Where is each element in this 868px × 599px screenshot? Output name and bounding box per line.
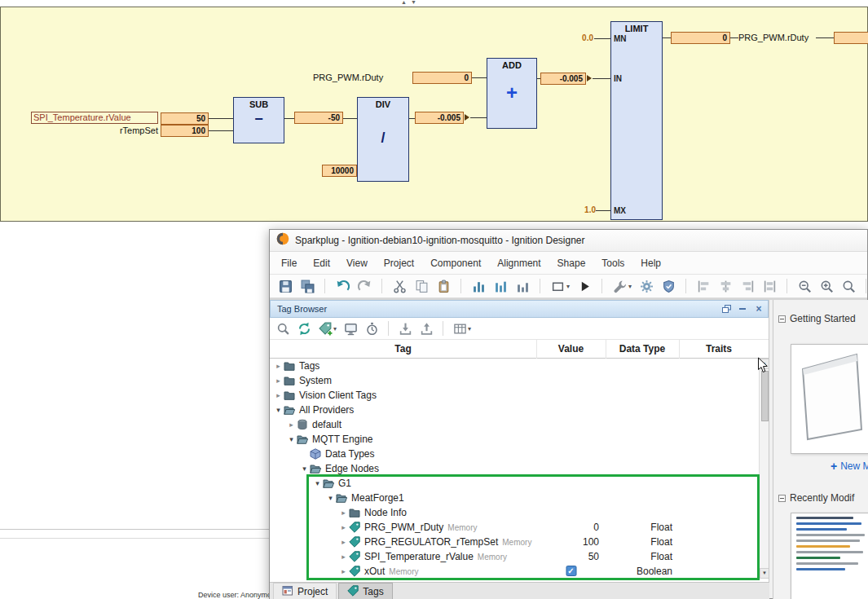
tag-tree-row-data-types[interactable]: Data Types bbox=[270, 447, 759, 461]
monitor-icon[interactable] bbox=[343, 321, 358, 336]
tag-tree-row-spi_temperature_rvalue[interactable]: ▸SPI_Temperature_rValueMemory50Float bbox=[270, 549, 759, 564]
tag-value-cell[interactable] bbox=[536, 417, 606, 432]
tag-tree-row-g1[interactable]: ▾G1 bbox=[270, 476, 759, 491]
fbd-value-sub-out[interactable]: -50 bbox=[294, 112, 343, 124]
scrollbar-thumb[interactable] bbox=[761, 371, 769, 421]
fbd-const-limit-max[interactable]: 1.0 bbox=[576, 205, 596, 215]
close-panel-icon[interactable]: × bbox=[754, 303, 764, 315]
menu-tools[interactable]: Tools bbox=[593, 252, 632, 275]
vertical-scrollbar[interactable]: ▲ ▼ bbox=[759, 359, 769, 579]
tag-add-icon[interactable] bbox=[318, 321, 333, 336]
fbd-block-sub[interactable]: SUB − bbox=[233, 97, 284, 143]
tag-tree-row-prg_regulator_rtempset[interactable]: ▸PRG_REGULATOR_rTempSetMemory100Float bbox=[270, 535, 759, 549]
collapse-section-icon[interactable] bbox=[778, 491, 786, 505]
expand-arrow-icon[interactable]: ▸ bbox=[286, 417, 297, 432]
menu-project[interactable]: Project bbox=[376, 252, 422, 275]
scroll-down-icon[interactable]: ▼ bbox=[760, 568, 769, 579]
collapse-arrow-icon[interactable]: ▾ bbox=[325, 491, 336, 505]
expand-arrow-icon[interactable]: ▸ bbox=[338, 549, 349, 564]
undo-icon[interactable] bbox=[335, 279, 350, 293]
fbd-block-add[interactable]: ADD + bbox=[487, 58, 537, 129]
dropdown-caret-icon[interactable]: ▾ bbox=[628, 283, 632, 290]
fbd-value-rtempset[interactable]: 100 bbox=[161, 125, 209, 137]
fbd-value-spi[interactable]: 50 bbox=[161, 112, 209, 125]
zoom-out-icon[interactable] bbox=[797, 279, 812, 293]
dropdown-caret-icon[interactable]: ▾ bbox=[468, 325, 471, 333]
save-all-icon[interactable] bbox=[300, 279, 315, 293]
play-icon[interactable] bbox=[577, 279, 592, 293]
expand-arrow-icon[interactable]: ▸ bbox=[273, 388, 284, 403]
menu-file[interactable]: File bbox=[273, 252, 305, 275]
fbd-value-div-divisor[interactable]: 10000 bbox=[322, 165, 357, 177]
refresh-icon[interactable] bbox=[297, 321, 311, 336]
column-header-traits[interactable]: Traits bbox=[679, 340, 759, 358]
column-header-value[interactable]: Value bbox=[536, 340, 606, 358]
bars2-icon[interactable] bbox=[493, 279, 508, 293]
fbd-block-limit[interactable]: LIMIT MN IN MX bbox=[610, 21, 663, 220]
fbd-value-limit-out[interactable]: 0 bbox=[671, 32, 730, 44]
align-stretch-icon[interactable] bbox=[762, 279, 777, 293]
expand-arrow-icon[interactable]: ▸ bbox=[273, 359, 284, 373]
fbd-value-div-out[interactable]: -0.005 bbox=[415, 112, 464, 124]
fbd-block-div[interactable]: DIV / bbox=[357, 97, 409, 182]
collapse-section-icon[interactable] bbox=[778, 311, 786, 326]
minimize-panel-icon[interactable] bbox=[738, 303, 747, 315]
menu-shape[interactable]: Shape bbox=[549, 252, 594, 275]
tag-value-cell[interactable]: 0 bbox=[536, 520, 606, 535]
collapse-arrow-icon[interactable]: ▾ bbox=[312, 476, 323, 491]
zoom-in-icon[interactable] bbox=[819, 279, 834, 293]
tag-browser-header[interactable]: Tag Browser × bbox=[270, 300, 769, 318]
tag-value-cell[interactable] bbox=[536, 476, 606, 491]
getting-started-header[interactable]: Getting Started bbox=[778, 311, 856, 326]
bars3-icon[interactable] bbox=[515, 279, 530, 293]
getting-started-thumbnail[interactable] bbox=[791, 344, 868, 454]
dropdown-caret-icon[interactable]: ▾ bbox=[566, 283, 570, 290]
shield-icon[interactable] bbox=[661, 279, 676, 293]
align-right-icon[interactable] bbox=[740, 279, 755, 293]
tag-value-cell[interactable] bbox=[536, 505, 606, 520]
splitter-handle[interactable]: ▲▼ bbox=[401, 0, 421, 5]
tag-value-cell[interactable]: 50 bbox=[536, 549, 606, 564]
tag-value-cell[interactable] bbox=[536, 461, 606, 476]
align-center-icon[interactable] bbox=[718, 279, 733, 293]
save-icon[interactable] bbox=[278, 279, 293, 293]
expand-arrow-icon[interactable]: ▸ bbox=[338, 505, 349, 520]
zoom-fit-icon[interactable] bbox=[841, 279, 856, 293]
tag-value-cell[interactable] bbox=[536, 359, 606, 373]
bars1-icon[interactable] bbox=[471, 279, 486, 293]
menu-view[interactable]: View bbox=[338, 252, 376, 275]
menu-edit[interactable]: Edit bbox=[305, 252, 338, 275]
grid-icon[interactable] bbox=[452, 321, 467, 336]
tag-value-cell[interactable]: ✓ bbox=[536, 564, 606, 579]
stopwatch-icon[interactable] bbox=[364, 321, 379, 336]
recently-modified-header[interactable]: Recently Modif bbox=[778, 491, 854, 505]
tag-tree-row-edge-nodes[interactable]: ▾Edge Nodes bbox=[270, 461, 759, 476]
tag-tree-row-xout[interactable]: ▸xOutMemory✓Boolean bbox=[270, 564, 759, 579]
tag-tree-row-tags[interactable]: ▸Tags bbox=[270, 359, 759, 373]
float-panel-icon[interactable] bbox=[721, 303, 731, 315]
expand-arrow-icon[interactable]: ▸ bbox=[338, 520, 349, 535]
tag-value-cell[interactable] bbox=[536, 491, 606, 505]
fbd-var-prg-pwm-rduty-in[interactable]: PRG_PWM.rDuty bbox=[313, 72, 408, 84]
column-header-tag[interactable]: Tag bbox=[270, 340, 536, 358]
new-project-link[interactable]: + New M bbox=[831, 460, 868, 473]
tag-value-cell[interactable] bbox=[536, 403, 606, 417]
gear-icon[interactable] bbox=[639, 279, 654, 293]
recently-modified-thumbnail[interactable] bbox=[791, 513, 868, 599]
fbd-value-add-in[interactable]: 0 bbox=[412, 72, 472, 84]
redo-icon[interactable] bbox=[357, 279, 372, 293]
expand-arrow-icon[interactable]: ▸ bbox=[338, 564, 349, 579]
splitter-up-icon[interactable]: ▲ bbox=[401, 0, 411, 5]
tag-value-cell[interactable] bbox=[536, 373, 606, 388]
wrench-icon[interactable] bbox=[612, 279, 627, 293]
fbd-value-final-out[interactable]: 0 bbox=[834, 32, 868, 44]
tag-tree-row-meatforge1[interactable]: ▾MeatForge1 bbox=[270, 491, 759, 505]
boolean-checkbox[interactable]: ✓ bbox=[566, 566, 576, 576]
dropdown-caret-icon[interactable]: ▾ bbox=[333, 325, 337, 333]
shape-rect-icon[interactable] bbox=[550, 279, 565, 293]
menu-component[interactable]: Component bbox=[422, 252, 489, 275]
tag-tree-row-node-info[interactable]: ▸Node Info bbox=[270, 505, 759, 520]
tag-value-cell[interactable] bbox=[536, 432, 606, 447]
tag-tree-row-default[interactable]: ▸default bbox=[270, 417, 759, 432]
tag-value-cell[interactable] bbox=[536, 447, 606, 461]
